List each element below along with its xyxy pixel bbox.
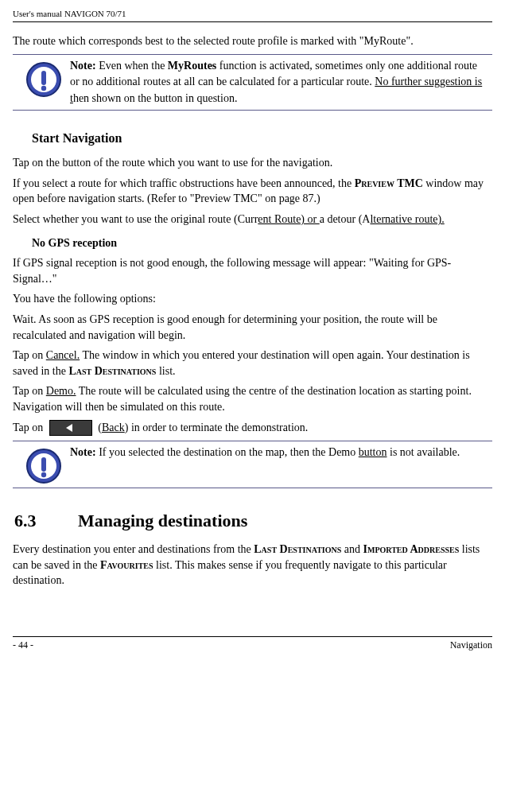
start-navigation-heading: Start Navigation [32, 130, 492, 147]
back-button-icon[interactable] [49, 420, 92, 436]
no-gps-opt3: Tap on Demo. The route will be calculate… [13, 383, 492, 414]
intro-text: The route which corresponds best to the … [13, 35, 414, 47]
page-footer: - 44 - Navigation [13, 636, 492, 660]
section-title: Managing destinations [78, 509, 247, 534]
footer-section: Navigation [450, 639, 492, 652]
note-2-label: Note: [70, 446, 96, 458]
start-nav-tap: Tap on the button of the route which you… [13, 155, 492, 171]
no-gps-p1: If GPS signal reception is not good enou… [13, 255, 492, 286]
note-block-1: Note: Even when the MyRoutes function is… [13, 54, 492, 111]
no-gps-opt1: Wait. As soon as GPS reception is good e… [13, 312, 492, 343]
note-1-text: Note: Even when the MyRoutes function is… [70, 58, 484, 107]
note-2-text: Note: If you selected the destination on… [70, 445, 484, 484]
note-icon [25, 448, 62, 484]
intro-paragraph: The route which corresponds best to the … [13, 33, 492, 49]
no-gps-opt4: Tap on (Back) in order to terminate the … [13, 420, 492, 437]
no-gps-opt2: Tap on Cancel. The window in which you e… [13, 348, 492, 379]
section-heading-row: 6.3 Managing destinations [13, 509, 492, 534]
svg-point-7 [41, 472, 46, 477]
section-body: Every destination you enter and destinat… [13, 542, 492, 589]
start-nav-p1: If you select a route for which traffic … [13, 176, 492, 207]
start-nav-select: Select whether you want to use the origi… [13, 212, 492, 227]
svg-point-3 [41, 86, 46, 91]
page-header: User's manual NAVIGON 70/71 [13, 8, 492, 22]
page-number: - 44 - [13, 639, 33, 652]
no-gps-p2: You have the following options: [13, 291, 492, 307]
note-block-2: Note: If you selected the destination on… [13, 441, 492, 488]
svg-rect-2 [41, 71, 46, 85]
section-number: 6.3 [13, 509, 78, 534]
header-title: User's manual NAVIGON 70/71 [13, 9, 126, 18]
svg-rect-6 [41, 457, 46, 472]
note-1-label: Note: [70, 60, 96, 72]
no-gps-heading: No GPS reception [32, 235, 492, 251]
note-icon [25, 61, 62, 98]
